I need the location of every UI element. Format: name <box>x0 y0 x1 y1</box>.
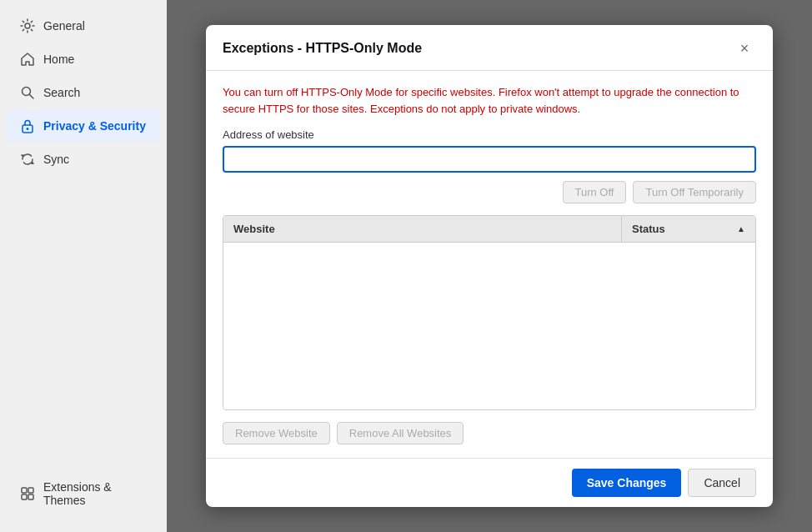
svg-rect-8 <box>28 494 33 499</box>
modal-dialog: Exceptions - HTTPS-Only Mode × You can t… <box>206 25 773 507</box>
sidebar-item-label: Privacy & Security <box>43 119 146 133</box>
sort-arrow-icon: ▲ <box>737 224 745 233</box>
modal-footer: Save Changes Cancel <box>206 458 773 507</box>
svg-rect-7 <box>22 494 27 499</box>
table-body <box>223 243 755 409</box>
gear-icon <box>20 18 35 33</box>
remove-all-websites-button[interactable]: Remove All Websites <box>337 422 464 444</box>
address-label: Address of website <box>223 128 756 141</box>
svg-rect-5 <box>22 488 27 493</box>
sidebar-item-label: General <box>43 19 85 33</box>
sidebar-item-label: Search <box>43 86 80 99</box>
lock-icon <box>20 118 35 133</box>
sidebar-item-search[interactable]: Search <box>7 77 160 108</box>
sidebar-item-privacy-security[interactable]: Privacy & Security <box>7 110 160 142</box>
svg-point-0 <box>25 23 30 28</box>
exceptions-table: Website Status ▲ <box>223 215 756 410</box>
svg-line-2 <box>30 95 34 99</box>
overlay: Exceptions - HTTPS-Only Mode × You can t… <box>167 0 812 532</box>
turn-off-temporarily-button[interactable]: Turn Off Temporarily <box>633 181 756 203</box>
svg-rect-6 <box>28 488 33 493</box>
info-text: You can turn off HTTPS-Only Mode for spe… <box>223 84 756 117</box>
sidebar-item-label: Home <box>43 53 74 66</box>
sidebar-item-general[interactable]: General <box>7 10 160 42</box>
col-status-header: Status ▲ <box>622 216 755 242</box>
modal-title: Exceptions - HTTPS-Only Mode <box>223 41 422 56</box>
table-header: Website Status ▲ <box>223 216 755 243</box>
modal-close-button[interactable]: × <box>733 37 756 60</box>
home-icon <box>20 52 35 67</box>
sidebar-item-sync[interactable]: Sync <box>7 143 160 175</box>
sidebar-item-label: Extensions & Themes <box>43 480 147 507</box>
bottom-actions: Remove Website Remove All Websites <box>223 422 756 444</box>
sidebar-item-home[interactable]: Home <box>7 43 160 75</box>
save-changes-button[interactable]: Save Changes <box>572 469 682 497</box>
address-input[interactable] <box>223 146 756 173</box>
col-website-header: Website <box>223 216 622 242</box>
sync-icon <box>20 152 35 167</box>
svg-point-4 <box>27 128 29 130</box>
modal-header: Exceptions - HTTPS-Only Mode × <box>206 25 773 71</box>
col-status-label: Status <box>632 223 665 235</box>
action-buttons-row: Turn Off Turn Off Temporarily <box>223 181 756 203</box>
turn-off-button[interactable]: Turn Off <box>563 181 627 203</box>
cancel-button[interactable]: Cancel <box>688 469 756 497</box>
sidebar: General Home Search Privacy & Security <box>0 0 167 532</box>
remove-website-button[interactable]: Remove Website <box>223 422 330 444</box>
sidebar-item-extensions-themes[interactable]: Extensions & Themes <box>7 472 160 515</box>
sidebar-item-label: Sync <box>43 153 69 166</box>
modal-body: You can turn off HTTPS-Only Mode for spe… <box>206 71 773 458</box>
search-icon <box>20 85 35 100</box>
extensions-icon <box>20 486 35 501</box>
